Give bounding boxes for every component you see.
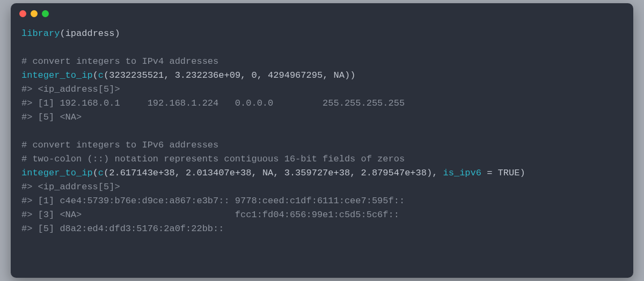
code-token: , [257, 70, 268, 80]
code-line: # convert integers to IPv4 addresses [21, 55, 623, 69]
code-token: ( [104, 168, 109, 178]
code-token: # convert integers to IPv6 addresses [21, 140, 218, 150]
code-line: #> [1] c4e4:5739:b76e:d9ce:a867:e3b7:: 9… [21, 194, 623, 208]
code-token: , [164, 70, 174, 80]
code-token: 3232235521 [109, 70, 164, 80]
code-token: 2.617143e+38 [109, 168, 174, 178]
code-line: integer_to_ip(c(2.617143e+38, 2.013407e+… [21, 166, 623, 180]
code-token: library [21, 28, 60, 39]
code-token: ) [114, 28, 120, 39]
code-token: #> <ip_address[5]> [21, 84, 120, 94]
window-titlebar [11, 3, 633, 24]
code-token: 3.359727e+38 [284, 168, 350, 178]
code-token: 4294967295 [268, 70, 323, 80]
code-token: 3.232236e+09 [175, 70, 240, 80]
code-line: #> [5] <NA> [21, 110, 623, 124]
code-token: #> <ip_address[5]> [21, 182, 120, 192]
code-token: , [175, 168, 186, 178]
code-token: = [481, 168, 498, 178]
code-token: ) [519, 168, 525, 178]
code-token: #> [3] <NA> fcc1:fd04:656:99e1:c5d5:5c6f… [21, 210, 399, 220]
code-line: # two-colon (::) notation represents con… [21, 152, 623, 166]
code-token: # convert integers to IPv4 addresses [21, 56, 218, 66]
code-token: is_ipv6 [443, 168, 481, 178]
code-token: 2.013407e+38 [186, 168, 251, 178]
code-token: #> [5] d8a2:ed4:dfd3:5176:2a0f:22bb:: [21, 224, 224, 234]
terminal-window: library(ipaddress)# convert integers to … [11, 3, 633, 278]
code-token: integer_to_ip [21, 168, 93, 178]
code-line: #> [5] d8a2:ed4:dfd3:5176:2a0f:22bb:: [21, 222, 623, 236]
code-token: ( [93, 168, 98, 178]
code-token: , [323, 70, 333, 80]
code-area[interactable]: library(ipaddress)# convert integers to … [11, 24, 633, 247]
code-line: #> <ip_address[5]> [21, 83, 623, 97]
code-line: #> [1] 192.168.0.1 192.168.1.224 0.0.0.0… [21, 97, 623, 110]
code-token: #> [5] <NA> [21, 112, 82, 122]
code-line: integer_to_ip(c(3232235521, 3.232236e+09… [21, 69, 623, 83]
minimize-icon[interactable] [31, 10, 38, 17]
maximize-icon[interactable] [42, 10, 49, 17]
code-token: integer_to_ip [21, 70, 93, 80]
code-token: , [273, 168, 284, 178]
code-token: , [350, 168, 361, 178]
close-icon[interactable] [19, 10, 26, 17]
code-line: #> [3] <NA> fcc1:fd04:656:99e1:c5d5:5c6f… [21, 208, 623, 222]
code-token: ), [427, 168, 443, 178]
code-token: ( [60, 28, 65, 39]
code-token: 2.879547e+38 [361, 168, 427, 178]
code-token: #> [1] 192.168.0.1 192.168.1.224 0.0.0.0… [21, 98, 405, 108]
code-token: #> [1] c4e4:5739:b76e:d9ce:a867:e3b7:: 9… [21, 196, 405, 206]
code-token: , [251, 168, 262, 178]
code-token: NA [262, 168, 273, 178]
code-token: # two-colon (::) notation represents con… [21, 154, 405, 164]
code-token: TRUE [498, 168, 520, 178]
code-token: 0 [252, 70, 257, 80]
code-token: )) [345, 70, 355, 80]
code-token: NA [334, 70, 345, 80]
code-token: ( [93, 70, 98, 80]
code-line: # convert integers to IPv6 addresses [21, 138, 623, 152]
code-line: #> <ip_address[5]> [21, 180, 623, 194]
code-token: c [98, 168, 104, 178]
code-token: ipaddress [65, 28, 115, 39]
code-line [21, 41, 623, 55]
code-line: library(ipaddress) [21, 27, 623, 41]
code-token: ( [104, 70, 109, 80]
code-line [21, 124, 623, 138]
code-token: c [98, 70, 104, 80]
code-token: , [240, 70, 251, 80]
